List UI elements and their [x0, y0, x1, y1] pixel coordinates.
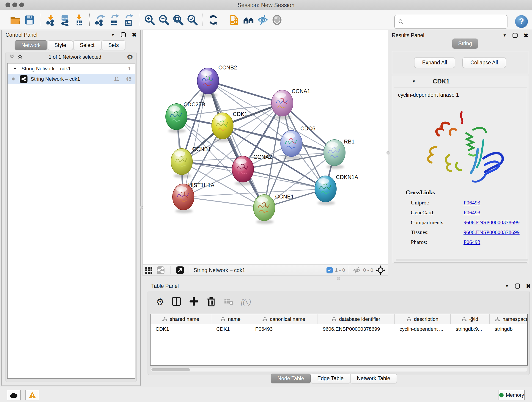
expand-all-button[interactable]: Expand All: [414, 57, 455, 68]
column-header-namespace[interactable]: namespace: [490, 314, 528, 324]
cloud-status-button[interactable]: [7, 390, 21, 400]
delete-table-button[interactable]: [223, 296, 234, 307]
column-header-canonical-name[interactable]: canonical name: [250, 314, 318, 324]
tab-network[interactable]: Network: [15, 40, 47, 50]
zoom-selected-button[interactable]: [185, 13, 199, 27]
tab-style[interactable]: Style: [48, 40, 73, 50]
show-grid-button[interactable]: [143, 266, 155, 275]
memory-button[interactable]: Memory: [499, 390, 525, 400]
selected-checkbox-icon[interactable]: ✓: [326, 267, 333, 274]
column-header-description[interactable]: description: [394, 314, 451, 324]
node-CDKN1A[interactable]: CDKN1A: [315, 174, 358, 205]
gear-icon[interactable]: ⚙: [127, 54, 133, 61]
import-table-button[interactable]: [72, 13, 86, 27]
search-input[interactable]: [404, 19, 502, 25]
edge-CCNB2-CCNE1[interactable]: [208, 81, 264, 208]
splitter-handle[interactable]: [140, 206, 143, 209]
apply-layout-button[interactable]: [206, 13, 220, 27]
warning-status-button[interactable]: [25, 390, 39, 400]
network-graph[interactable]: CCNB2CCNA1CDC25BCDK1CDC6RB1CCNB1CCNA2CDK…: [143, 30, 388, 264]
table-cell[interactable]: stringdb: [490, 324, 528, 334]
export-network-button[interactable]: [93, 13, 107, 27]
node-CCNB1[interactable]: CCNB1: [171, 146, 211, 178]
float-panel-icon[interactable]: [121, 32, 126, 37]
crosslink-link[interactable]: P06493: [463, 200, 480, 206]
close-panel-icon[interactable]: ✖: [132, 32, 137, 38]
crosslink-link[interactable]: P06493: [463, 239, 480, 245]
tab-network-table[interactable]: Network Table: [350, 374, 397, 383]
structure-display-button[interactable]: [270, 13, 284, 27]
table-cell[interactable]: P06493: [250, 324, 318, 334]
node-CCNA1[interactable]: CCNA1: [272, 88, 310, 119]
scrollbar-thumb[interactable]: [152, 368, 190, 371]
collapse-all-icon[interactable]: [9, 54, 15, 61]
close-panel-icon[interactable]: ✖: [524, 32, 528, 38]
import-network-database-button[interactable]: [58, 13, 72, 27]
help-button[interactable]: ?: [515, 15, 528, 28]
crosslink-link[interactable]: P06493: [463, 210, 480, 216]
results-scrollbar[interactable]: [396, 259, 528, 261]
disclosure-icon[interactable]: ▼: [412, 80, 416, 83]
network-row[interactable]: String Network – cdk1 11 48: [7, 74, 135, 84]
network-overview-button[interactable]: [155, 266, 167, 275]
table-options-button[interactable]: ⚙: [156, 297, 164, 306]
splitter-handle[interactable]: [386, 151, 390, 154]
disclosure-icon[interactable]: ▼: [13, 67, 17, 70]
collapse-all-button[interactable]: Collapse All: [462, 57, 506, 68]
table-cell[interactable]: 9606.ENSP00000378699: [318, 324, 394, 334]
tab-select[interactable]: Select: [73, 40, 101, 50]
close-panel-icon[interactable]: ✖: [526, 283, 531, 289]
zoom-out-button[interactable]: [157, 13, 171, 27]
node-CDC25B[interactable]: CDC25B: [166, 101, 205, 133]
save-session-button[interactable]: [22, 13, 37, 27]
zoom-fit-button[interactable]: [171, 13, 185, 27]
table-scrollbar[interactable]: [151, 368, 527, 371]
table-cell[interactable]: cyclin-dependent ...: [394, 324, 451, 334]
crosslink-link[interactable]: 9606.ENSP00000378699: [463, 219, 520, 225]
zoom-in-button[interactable]: [143, 13, 157, 27]
protein-card-header[interactable]: ▼ CDK1: [392, 76, 528, 87]
tab-sets[interactable]: Sets: [101, 40, 125, 50]
float-panel-icon[interactable]: [513, 33, 518, 38]
create-column-button[interactable]: [189, 296, 199, 307]
string-protein-query-button[interactable]: [227, 13, 241, 27]
panel-menu-icon[interactable]: ▼: [111, 33, 115, 37]
node-CCNB2[interactable]: CCNB2: [197, 64, 237, 97]
edge-CCNB2-CCNA1[interactable]: [208, 81, 282, 103]
panel-menu-icon[interactable]: ▼: [503, 33, 507, 37]
crosslink-link[interactable]: 9606.ENSP00000378699: [463, 229, 520, 235]
export-table-button[interactable]: [107, 13, 121, 27]
splitter-handle[interactable]: [337, 277, 340, 280]
expand-all-icon[interactable]: [17, 54, 23, 61]
search-field[interactable]: [394, 15, 507, 29]
node-HIST1H1A[interactable]: HIST1H1A: [172, 182, 215, 213]
delete-column-button[interactable]: [206, 296, 216, 307]
open-session-button[interactable]: [8, 13, 22, 27]
edge-HIST1H1A-CCNE1[interactable]: [183, 197, 264, 208]
tab-string[interactable]: String: [452, 38, 478, 49]
tab-node-table[interactable]: Node Table: [271, 374, 311, 383]
float-panel-icon[interactable]: [515, 283, 520, 288]
column-header-name[interactable]: name: [211, 314, 250, 324]
table-cell[interactable]: CDK1: [211, 324, 250, 334]
node-RB1[interactable]: RB1: [324, 138, 355, 169]
column-header-shared-name[interactable]: shared name: [151, 314, 211, 324]
import-network-file-button[interactable]: [44, 13, 58, 27]
column-header-database-identifier[interactable]: database identifier: [318, 314, 394, 324]
network-canvas[interactable]: CCNB2CCNA1CDC25BCDK1CDC6RB1CCNB1CCNA2CDK…: [143, 30, 388, 265]
function-builder-button[interactable]: f(x): [241, 298, 251, 306]
export-image-button[interactable]: [121, 13, 136, 27]
node-CCNE1[interactable]: CCNE1: [253, 193, 294, 224]
column-header--id[interactable]: @id: [451, 314, 490, 324]
panel-menu-icon[interactable]: ▼: [505, 284, 509, 288]
network-collection-row[interactable]: ▼ String Network – cdk1 1: [7, 64, 135, 74]
detach-view-button[interactable]: [174, 266, 186, 275]
tab-edge-table[interactable]: Edge Table: [311, 374, 350, 383]
show-columns-button[interactable]: [171, 296, 182, 307]
fit-selected-button[interactable]: [373, 265, 388, 275]
table-cell[interactable]: stringdb:9...: [451, 324, 490, 334]
string-home-button[interactable]: [241, 13, 256, 27]
glass-ball-effect-button[interactable]: [256, 13, 270, 27]
table-row[interactable]: CDK1CDK1P064939606.ENSP00000378699cyclin…: [151, 324, 527, 334]
table-cell[interactable]: CDK1: [151, 324, 211, 334]
